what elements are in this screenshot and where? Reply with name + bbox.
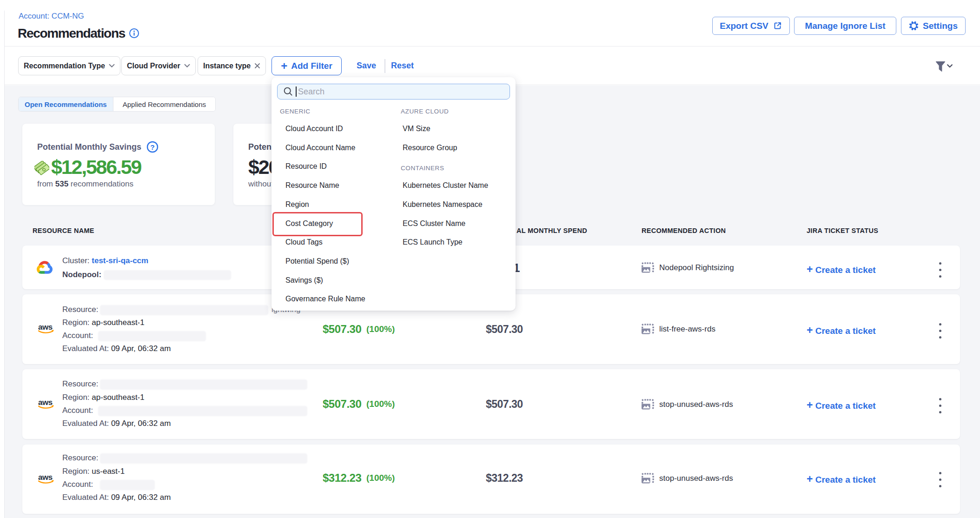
svg-text:aws: aws xyxy=(38,323,53,332)
svg-text:?: ? xyxy=(150,143,154,151)
svg-text:aws: aws xyxy=(38,473,53,482)
svg-text:aws: aws xyxy=(38,398,53,407)
